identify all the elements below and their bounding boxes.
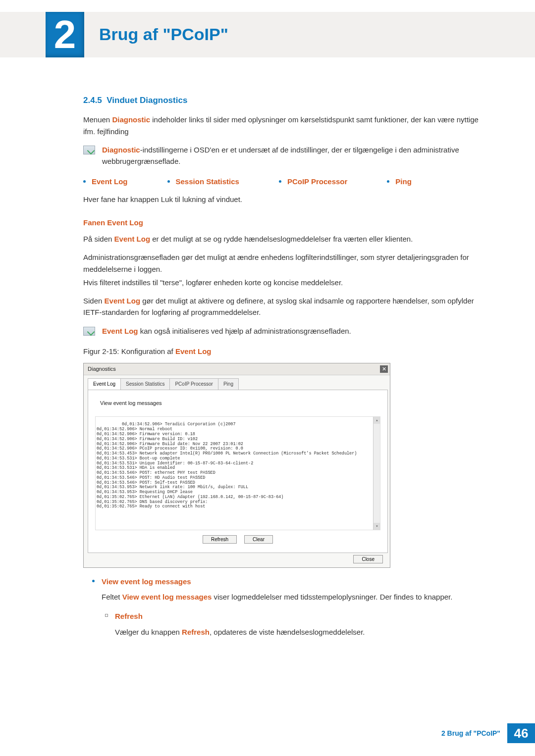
bullet-body: View event log messages — [102, 576, 191, 589]
event-log-label: Event Log — [105, 297, 141, 305]
tab-link-event-log[interactable]: Event Log — [83, 176, 128, 187]
sub-bullet-refresh: Refresh — [105, 610, 490, 624]
tab-ping[interactable]: Ping — [218, 378, 239, 390]
dialog-tablist: Event Log Session Statistics PCoIP Proce… — [88, 378, 388, 390]
info-note: Diagnostic-indstillingerne i OSD'en er e… — [83, 144, 490, 167]
paragraph: Hvis filteret indstilles til "terse", lo… — [83, 277, 490, 288]
diagnostic-label: Diagnostic — [102, 146, 140, 154]
bullet-view-event-log: View event log messages — [92, 576, 490, 589]
label: Session Statistics — [176, 176, 239, 187]
dialog-titlebar: Diagnostics ✕ — [84, 363, 390, 375]
figure-caption: Figur 2-15: Konfiguration af Event Log — [83, 346, 490, 357]
close-button[interactable]: Close — [353, 555, 383, 563]
text: kan også initialiseres ved hjælp af admi… — [138, 327, 351, 335]
text: viser logmeddelelser med tidsstempeloply… — [212, 593, 452, 601]
view-event-log-label: View event log messages — [122, 593, 212, 601]
text: , opdateres de viste hændelseslogmeddele… — [210, 628, 365, 636]
tab-link-pcoip-processor[interactable]: PCoIP Processor — [279, 176, 347, 187]
log-text: 0d,01:34:52.906> Teradici Corporation (c… — [97, 422, 357, 509]
scroll-down-icon[interactable]: ▾ — [374, 523, 380, 530]
tab-link-list: Event Log Session Statistics PCoIP Proce… — [83, 176, 490, 187]
footer-text: 2 Brug af "PCoIP" — [441, 729, 500, 737]
event-log-label: Event Log — [102, 327, 138, 335]
page-number: 46 — [507, 723, 535, 743]
paragraph: Administrationsgrænsefladen gør det muli… — [83, 252, 490, 275]
sub-bullet-body: Refresh — [115, 610, 143, 624]
text: Vælger du knappen — [115, 628, 182, 636]
dialog-button-row: Refresh Clear — [95, 530, 380, 548]
dialog-title: Diagnostics — [88, 365, 116, 373]
note-icon — [83, 146, 95, 154]
tab-event-log[interactable]: Event Log — [88, 378, 121, 390]
diagnostic-label: Diagnostic — [112, 115, 150, 124]
section-number: 2.4.5 — [83, 96, 102, 105]
text: -indstillingerne i OSD'en er et undersæt… — [102, 146, 459, 165]
document-page: 2 Brug af "PCoIP" 2.4.5 Vinduet Diagnost… — [0, 0, 535, 756]
tab-pcoip-processor[interactable]: PCoIP Processor — [169, 378, 218, 390]
note-text: Event Log kan også initialiseres ved hjæ… — [102, 325, 351, 337]
tab-session-statistics[interactable]: Session Statistics — [120, 378, 170, 390]
tab-link-ping[interactable]: Ping — [387, 176, 412, 187]
refresh-label: Refresh — [182, 628, 210, 636]
dialog-pane: View event log messages 0d,01:34:52.906>… — [88, 390, 388, 553]
paragraph: Siden Event Log gør det muligt at aktive… — [83, 295, 490, 318]
bullet-label: View event log messages — [102, 576, 191, 587]
content-area: 2.4.5 Vinduet Diagnostics Menuen Diagnos… — [83, 94, 490, 638]
event-log-label: Event Log — [114, 235, 151, 243]
section-title: Vinduet Diagnostics — [107, 96, 187, 105]
dialog-footer: Close — [84, 555, 390, 567]
subsection-heading: Fanen Event Log — [83, 217, 490, 228]
refresh-button[interactable]: Refresh — [203, 535, 237, 544]
text: Siden — [83, 297, 105, 305]
paragraph: På siden Event Log er det muligt at se o… — [83, 233, 490, 245]
text: På siden — [83, 235, 114, 243]
sub-bullet-label: Refresh — [115, 610, 143, 622]
text: Hver fane har knappen Luk til lukning af… — [83, 194, 490, 205]
tab-link-session-statistics[interactable]: Session Statistics — [167, 176, 239, 187]
page-footer: 2 Brug af "PCoIP" 46 — [441, 723, 535, 743]
text: Figur 2-15: Konfiguration af — [83, 347, 175, 355]
section-heading: 2.4.5 Vinduet Diagnostics — [83, 94, 490, 107]
chapter-number: 2 — [46, 12, 84, 57]
note-text: Diagnostic-indstillingerne i OSD'en er e… — [102, 144, 490, 167]
diagnostics-dialog: Diagnostics ✕ Event Log Session Statisti… — [83, 363, 390, 568]
label: Ping — [395, 176, 412, 187]
dialog-subtitle: View event log messages — [100, 399, 378, 407]
clear-button[interactable]: Clear — [244, 535, 273, 544]
info-note: Event Log kan også initialiseres ved hjæ… — [83, 325, 490, 337]
bullet-paragraph: Feltet View event log messages viser log… — [102, 591, 490, 603]
scrollbar[interactable]: ▴ ▾ — [373, 417, 380, 530]
text: Menuen — [83, 115, 112, 124]
label: PCoIP Processor — [287, 176, 347, 187]
intro-paragraph: Menuen Diagnostic indeholder links til s… — [83, 114, 490, 137]
label: Event Log — [92, 176, 128, 187]
text: Feltet — [102, 593, 122, 601]
event-log-output[interactable]: 0d,01:34:52.906> Teradici Corporation (c… — [95, 416, 380, 530]
note-icon — [83, 327, 95, 336]
text: gør det muligt at aktivere og definere, … — [83, 297, 474, 316]
bullet-icon — [92, 580, 95, 582]
text: er det muligt at se og rydde hændelseslo… — [150, 235, 413, 243]
square-bullet-icon — [105, 614, 108, 617]
event-log-label: Event Log — [175, 347, 212, 355]
sub-bullet-paragraph: Vælger du knappen Refresh, opdateres de … — [115, 626, 490, 638]
scroll-up-icon[interactable]: ▴ — [374, 417, 380, 424]
close-icon[interactable]: ✕ — [380, 365, 388, 373]
page-title: Brug af "PCoIP" — [99, 25, 228, 44]
